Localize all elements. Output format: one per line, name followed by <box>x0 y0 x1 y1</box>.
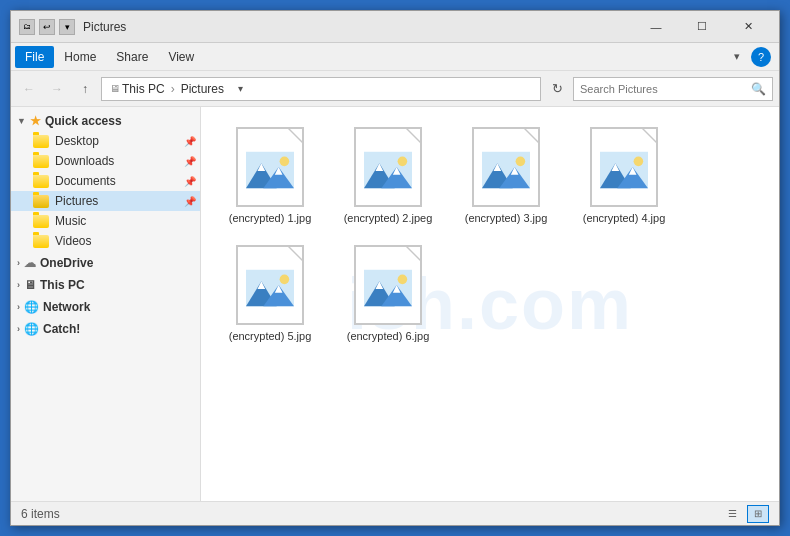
videos-folder-icon <box>33 235 49 248</box>
list-view-btn[interactable]: ☰ <box>721 505 743 523</box>
sidebar-section-quickaccess: ▼ ★ Quick access Desktop 📌 Downloads 📌 D… <box>11 111 200 251</box>
sidebar-section-onedrive: › ☁ OneDrive <box>11 253 200 273</box>
svg-point-17 <box>516 157 526 167</box>
downloads-pin-icon: 📌 <box>184 156 196 167</box>
catch-icon: 🌐 <box>24 322 39 336</box>
file-item[interactable]: (encrypted) 2.jpeg <box>333 121 443 231</box>
large-icon-view-btn[interactable]: ⊞ <box>747 505 769 523</box>
close-button[interactable]: ✕ <box>725 11 771 43</box>
documents-folder-icon <box>33 175 49 188</box>
maximize-button[interactable]: ☐ <box>679 11 725 43</box>
sidebar-item-pictures[interactable]: Pictures 📌 <box>11 191 200 211</box>
title-bar-icons: 🗂 ↩ ▾ <box>19 19 75 35</box>
search-input[interactable] <box>580 83 747 95</box>
file-name: (encrypted) 4.jpg <box>583 211 666 225</box>
file-name: (encrypted) 6.jpg <box>347 329 430 343</box>
item-count: 6 items <box>21 507 60 521</box>
file-icon <box>348 245 428 325</box>
sidebar-quickaccess-header[interactable]: ▼ ★ Quick access <box>11 111 200 131</box>
forward-button[interactable]: → <box>45 77 69 101</box>
catch-chevron: › <box>17 324 20 334</box>
file-icon <box>230 245 310 325</box>
file-grid: (encrypted) 1.jpg <box>211 117 769 354</box>
network-chevron: › <box>17 302 20 312</box>
sidebar-thispc-header[interactable]: › 🖥 This PC <box>11 275 200 295</box>
file-item[interactable]: (encrypted) 5.jpg <box>215 239 325 349</box>
sidebar-thispc-label: This PC <box>40 278 85 292</box>
sidebar-onedrive-header[interactable]: › ☁ OneDrive <box>11 253 200 273</box>
collapse-ribbon-btn[interactable]: ▾ <box>727 47 747 67</box>
window-title: Pictures <box>83 20 633 34</box>
onedrive-icon: ☁ <box>24 256 36 270</box>
file-item[interactable]: (encrypted) 4.jpg <box>569 121 679 231</box>
sidebar-videos-label: Videos <box>55 234 91 248</box>
file-item[interactable]: (encrypted) 1.jpg <box>215 121 325 231</box>
file-name: (encrypted) 5.jpg <box>229 329 312 343</box>
sidebar-section-thispc: › 🖥 This PC <box>11 275 200 295</box>
svg-point-35 <box>398 275 408 285</box>
status-bar: 6 items ☰ ⊞ <box>11 501 779 525</box>
minimize-button[interactable]: — <box>633 11 679 43</box>
sidebar-network-header[interactable]: › 🌐 Network <box>11 297 200 317</box>
pictures-pin-icon: 📌 <box>184 196 196 207</box>
sidebar-downloads-label: Downloads <box>55 154 114 168</box>
main-area: ▼ ★ Quick access Desktop 📌 Downloads 📌 D… <box>11 107 779 501</box>
window-controls: — ☐ ✕ <box>633 11 771 43</box>
file-name: (encrypted) 3.jpg <box>465 211 548 225</box>
help-btn[interactable]: ? <box>751 47 771 67</box>
file-name: (encrypted) 1.jpg <box>229 211 312 225</box>
sidebar-onedrive-label: OneDrive <box>40 256 93 270</box>
onedrive-chevron: › <box>17 258 20 268</box>
sidebar-item-videos[interactable]: Videos <box>11 231 200 251</box>
svg-point-29 <box>280 275 290 285</box>
menu-home[interactable]: Home <box>54 46 106 68</box>
up-button[interactable]: ↑ <box>73 77 97 101</box>
sidebar-item-documents[interactable]: Documents 📌 <box>11 171 200 191</box>
back-button[interactable]: ← <box>17 77 41 101</box>
path-sep-1: › <box>171 82 175 96</box>
sidebar-documents-label: Documents <box>55 174 116 188</box>
network-icon: 🌐 <box>24 300 39 314</box>
search-icon[interactable]: 🔍 <box>751 82 766 96</box>
quick-access-label: Quick access <box>45 114 122 128</box>
sidebar: ▼ ★ Quick access Desktop 📌 Downloads 📌 D… <box>11 107 201 501</box>
content-area: ish.com <box>201 107 779 501</box>
path-segment-pc[interactable]: 🖥 This PC <box>110 82 165 96</box>
downloads-folder-icon <box>33 155 49 168</box>
file-item[interactable]: (encrypted) 3.jpg <box>451 121 561 231</box>
pictures-folder-icon <box>33 195 49 208</box>
svg-point-23 <box>634 157 644 167</box>
address-bar: ← → ↑ 🖥 This PC › Pictures ▾ ↻ 🔍 <box>11 71 779 107</box>
menu-bar: File Home Share View ▾ ? <box>11 43 779 71</box>
sidebar-catch-header[interactable]: › 🌐 Catch! <box>11 319 200 339</box>
menu-share[interactable]: Share <box>106 46 158 68</box>
quickaccess-star-icon: ★ <box>30 114 41 128</box>
file-icon <box>466 127 546 207</box>
menu-view[interactable]: View <box>158 46 204 68</box>
file-item[interactable]: (encrypted) 6.jpg <box>333 239 443 349</box>
desktop-folder-icon <box>33 135 49 148</box>
file-icon <box>230 127 310 207</box>
file-name: (encrypted) 2.jpeg <box>344 211 433 225</box>
thispc-icon: 🖥 <box>24 278 36 292</box>
menu-file[interactable]: File <box>15 46 54 68</box>
sidebar-item-desktop[interactable]: Desktop 📌 <box>11 131 200 151</box>
refresh-button[interactable]: ↻ <box>545 77 569 101</box>
sidebar-section-catch: › 🌐 Catch! <box>11 319 200 339</box>
sidebar-item-downloads[interactable]: Downloads 📌 <box>11 151 200 171</box>
file-icon <box>348 127 428 207</box>
sidebar-pictures-label: Pictures <box>55 194 98 208</box>
sidebar-item-music[interactable]: Music <box>11 211 200 231</box>
address-path[interactable]: 🖥 This PC › Pictures ▾ <box>101 77 541 101</box>
sidebar-catch-label: Catch! <box>43 322 80 336</box>
search-box[interactable]: 🔍 <box>573 77 773 101</box>
undo-btn[interactable]: ↩ <box>39 19 55 35</box>
properties-btn[interactable]: ▾ <box>59 19 75 35</box>
svg-point-11 <box>398 157 408 167</box>
view-controls: ☰ ⊞ <box>721 505 769 523</box>
path-segment-pictures[interactable]: Pictures <box>181 82 224 96</box>
path-dropdown-btn[interactable]: ▾ <box>228 77 252 101</box>
desktop-pin-icon: 📌 <box>184 136 196 147</box>
sidebar-music-label: Music <box>55 214 86 228</box>
title-bar: 🗂 ↩ ▾ Pictures — ☐ ✕ <box>11 11 779 43</box>
